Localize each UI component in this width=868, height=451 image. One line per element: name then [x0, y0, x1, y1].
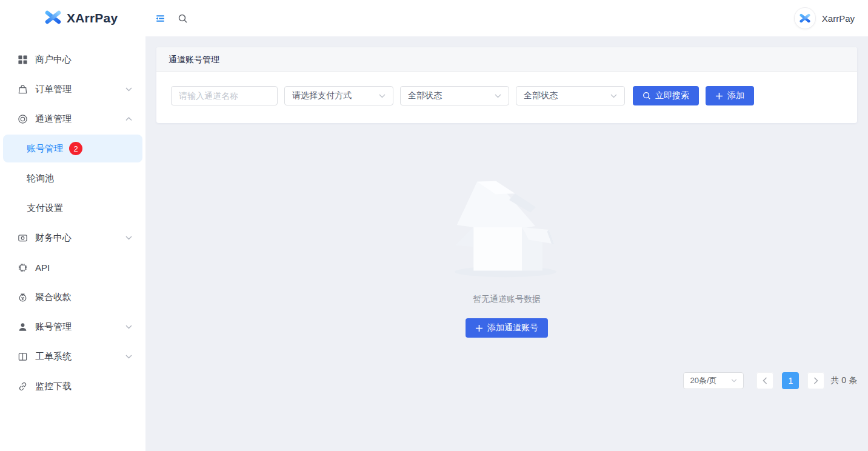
chevron-up-icon: [125, 117, 132, 121]
main-content: 通道账号管理 请选择支付方式 全部状态 全部状态 立即搜索: [145, 36, 868, 451]
prev-page-button[interactable]: [756, 372, 773, 389]
brand-logo[interactable]: XArrPay: [0, 9, 145, 28]
search-icon[interactable]: [178, 13, 188, 24]
ring-icon: [17, 113, 28, 125]
sidebar-item-merchant-center[interactable]: 商户中心: [0, 45, 145, 75]
sidebar-subitem-label: 账号管理: [27, 143, 63, 155]
page-number-current[interactable]: 1: [782, 372, 799, 389]
chevron-left-icon: [763, 377, 767, 384]
add-channel-account-label: 添加通道账号: [487, 322, 538, 333]
channel-name-input[interactable]: [171, 86, 278, 105]
sidebar-item-aggregate-collection[interactable]: 聚合收款: [0, 282, 145, 312]
grid-icon: [17, 54, 28, 65]
card-title: 通道账号管理: [156, 47, 857, 72]
empty-message: 暂无通道账号数据: [145, 294, 868, 305]
logo-text: XArrPay: [67, 11, 118, 25]
sidebar-subitem-payment-settings[interactable]: 支付设置: [0, 193, 145, 223]
user-avatar: [794, 7, 816, 29]
sidebar-item-channel-management[interactable]: 通道管理: [0, 104, 145, 134]
add-channel-account-button[interactable]: 添加通道账号: [466, 318, 548, 338]
chevron-down-icon: [125, 325, 132, 329]
chip-icon: [17, 262, 28, 273]
chevron-down-icon: [379, 94, 386, 98]
sidebar-item-order-management[interactable]: 订单管理: [0, 75, 145, 104]
pay-method-select[interactable]: 请选择支付方式: [284, 86, 393, 105]
channel-management-submenu: 账号管理 2 轮询池 支付设置: [0, 135, 145, 223]
next-page-button[interactable]: [807, 372, 824, 389]
page-size-value: 20条/页: [690, 375, 716, 386]
empty-box-illustration: [447, 174, 566, 281]
pagination: 20条/页 1 共 0 条: [156, 372, 857, 389]
sidebar-item-api[interactable]: API: [0, 253, 145, 282]
sidebar-item-ticket-system[interactable]: 工单系统: [0, 342, 145, 372]
pagination-total: 共 0 条: [830, 375, 857, 386]
money-icon: [17, 292, 28, 303]
sidebar: 商户中心 订单管理 通道管理 账号管理 2 轮询池: [0, 36, 145, 451]
select-value: 请选择支付方式: [292, 90, 352, 101]
sidebar-subitem-account-management[interactable]: 账号管理 2: [3, 135, 142, 162]
top-header: XArrPay XarrPay: [0, 0, 868, 36]
sidebar-item-label: API: [35, 262, 50, 273]
sidebar-item-label: 工单系统: [35, 351, 72, 362]
collapse-menu-icon[interactable]: [155, 13, 165, 24]
xarrpay-logo-icon: [45, 9, 61, 28]
link-icon: [17, 381, 28, 392]
channel-account-card: 通道账号管理 请选择支付方式 全部状态 全部状态 立即搜索: [156, 47, 857, 123]
sidebar-item-label: 订单管理: [35, 84, 72, 95]
chevron-down-icon: [731, 379, 737, 383]
chevron-right-icon: [813, 377, 818, 384]
notification-badge: 2: [69, 142, 82, 155]
plus-icon: [715, 92, 723, 100]
add-button[interactable]: 添加: [706, 86, 754, 105]
plus-icon: [475, 324, 483, 332]
user-name: XarrPay: [822, 13, 855, 24]
sidebar-item-label: 账号管理: [35, 321, 72, 333]
chevron-down-icon: [495, 94, 501, 98]
add-button-label: 添加: [727, 90, 744, 101]
user-icon: [17, 321, 28, 333]
sidebar-item-monitor-download[interactable]: 监控下载: [0, 372, 145, 401]
page-size-select[interactable]: 20条/页: [683, 372, 744, 389]
sidebar-item-label: 财务中心: [35, 232, 72, 244]
sidebar-item-label: 商户中心: [35, 54, 72, 65]
sidebar-item-label: 通道管理: [35, 113, 72, 125]
sidebar-subitem-polling-pool[interactable]: 轮询池: [0, 164, 145, 193]
user-menu[interactable]: XarrPay: [794, 7, 855, 29]
empty-state: 暂无通道账号数据 添加通道账号: [145, 174, 868, 338]
chevron-down-icon: [125, 355, 132, 359]
sidebar-item-account-management-root[interactable]: 账号管理: [0, 312, 145, 342]
bag-icon: [17, 84, 28, 95]
filter-bar: 请选择支付方式 全部状态 全部状态 立即搜索 添加: [156, 72, 857, 123]
wallet-icon: [17, 232, 28, 244]
chevron-down-icon: [125, 236, 132, 240]
status-select-1[interactable]: 全部状态: [400, 86, 509, 105]
search-icon: [643, 92, 651, 100]
book-icon: [17, 351, 28, 362]
select-value: 全部状态: [524, 90, 558, 101]
sidebar-item-label: 监控下载: [35, 381, 72, 392]
select-value: 全部状态: [408, 90, 442, 101]
chevron-down-icon: [610, 94, 617, 98]
chevron-down-icon: [125, 87, 132, 92]
search-button[interactable]: 立即搜索: [633, 86, 699, 105]
sidebar-subitem-label: 轮询池: [27, 173, 54, 184]
sidebar-subitem-label: 支付设置: [27, 202, 63, 214]
sidebar-item-finance-center[interactable]: 财务中心: [0, 223, 145, 253]
sidebar-item-label: 聚合收款: [35, 292, 72, 303]
status-select-2[interactable]: 全部状态: [516, 86, 625, 105]
search-button-label: 立即搜索: [655, 90, 689, 101]
